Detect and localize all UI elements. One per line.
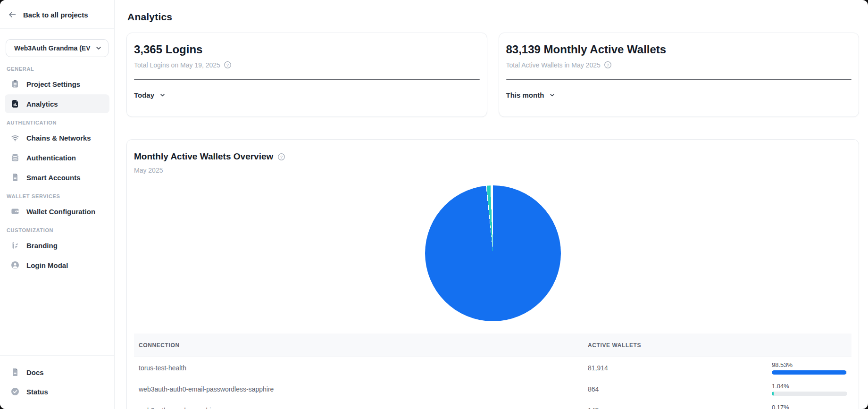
chevron-down-icon — [549, 92, 555, 98]
active-wallets-cell: 145 — [583, 407, 772, 409]
wifi-icon — [10, 133, 20, 142]
percent-label: 1.04% — [772, 383, 851, 390]
file-icon — [10, 173, 20, 182]
main-content: Analytics 3,365 Logins Total Logins on M… — [115, 0, 868, 409]
percent-label: 0.17% — [772, 404, 851, 409]
chevron-down-icon — [95, 45, 102, 51]
sidebar-item-authentication[interactable]: Authentication — [5, 148, 109, 167]
sidebar-item-analytics[interactable]: Analytics — [5, 94, 109, 113]
sidebar-item-label: Project Settings — [26, 80, 80, 88]
range-label: This month — [506, 91, 544, 99]
sidebar-item-docs[interactable]: Docs — [5, 363, 109, 382]
help-icon[interactable]: ? — [604, 61, 612, 69]
sidebar-item-smart-accounts[interactable]: Smart Accounts — [5, 168, 109, 187]
range-dropdown-this-month[interactable]: This month — [506, 91, 556, 99]
stat-title: 3,365 Logins — [134, 43, 480, 56]
stat-card-monthly-active-wallets: 83,139 Monthly Active Wallets Total Acti… — [499, 33, 860, 117]
table-header-connection: CONNECTION — [134, 342, 583, 349]
stat-divider — [134, 79, 480, 80]
page-title: Analytics — [127, 11, 859, 23]
sidebar-footer: Docs Status — [0, 355, 114, 409]
sidebar: Back to all projects Web3Auth Grandma (E… — [0, 0, 115, 409]
table-row: web3auth-google-sapphire 145 0.17% — [134, 400, 851, 409]
help-icon[interactable]: ? — [224, 61, 232, 69]
wallet-icon — [10, 207, 20, 216]
sidebar-item-label: Status — [26, 388, 48, 396]
svg-text:?: ? — [280, 154, 283, 159]
table-header-row: CONNECTION ACTIVE WALLETS — [134, 334, 851, 357]
stat-card-logins: 3,365 Logins Total Logins on May 19, 202… — [126, 33, 487, 117]
sidebar-item-project-settings[interactable]: Project Settings — [5, 75, 109, 93]
stat-subtitle: Total Active Wallets in May 2025 — [506, 61, 601, 69]
sidebar-item-label: Chains & Networks — [26, 134, 91, 142]
active-wallets-cell: 864 — [583, 385, 772, 393]
sidebar-item-label: Wallet Configuration — [26, 208, 95, 216]
clipboard-icon — [10, 79, 20, 89]
table-header-active-wallets: ACTIVE WALLETS — [583, 342, 772, 349]
stat-cards-row: 3,365 Logins Total Logins on May 19, 202… — [126, 33, 859, 117]
back-arrow-icon — [8, 10, 17, 19]
overview-subtitle: May 2025 — [134, 167, 851, 174]
app-window: Back to all projects Web3Auth Grandma (E… — [0, 0, 868, 409]
sidebar-item-login-modal[interactable]: Login Modal — [5, 256, 109, 275]
section-label-wallet-services: WALLET SERVICES — [0, 187, 114, 201]
stat-divider — [506, 79, 852, 80]
percent-bar-fill — [772, 370, 846, 375]
sidebar-item-label: Docs — [26, 368, 44, 376]
database-icon — [10, 153, 20, 162]
chevron-down-icon — [159, 92, 166, 98]
sidebar-item-label: Branding — [26, 242, 58, 250]
sidebar-item-label: Smart Accounts — [26, 174, 80, 182]
sidebar-item-status[interactable]: Status — [5, 382, 109, 401]
table-row: web3auth-auth0-email-passwordless-sapphi… — [134, 378, 851, 400]
percent-label: 98.53% — [772, 361, 851, 368]
connection-cell: web3auth-google-sapphire — [134, 407, 583, 409]
project-selector[interactable]: Web3Auth Grandma (EV — [6, 39, 108, 57]
svg-text:?: ? — [607, 63, 609, 67]
svg-text:?: ? — [226, 63, 229, 67]
section-label-authentication: AUTHENTICATION — [0, 114, 114, 128]
overview-title: Monthly Active Wallets Overview — [134, 151, 273, 162]
back-label: Back to all projects — [23, 11, 88, 19]
sidebar-item-label: Analytics — [26, 100, 58, 108]
user-circle-icon — [10, 260, 20, 270]
sidebar-item-wallet-configuration[interactable]: Wallet Configuration — [5, 202, 109, 221]
help-icon[interactable]: ? — [277, 153, 285, 161]
section-label-customization: CUSTOMIZATION — [0, 221, 114, 235]
connection-cell: web3auth-auth0-email-passwordless-sapphi… — [134, 385, 583, 393]
chart-file-icon — [10, 99, 20, 109]
branding-icon — [10, 241, 20, 250]
sidebar-item-chains-networks[interactable]: Chains & Networks — [5, 128, 109, 147]
stat-subtitle: Total Logins on May 19, 2025 — [134, 61, 220, 69]
check-circle-icon — [10, 387, 20, 396]
connection-cell: torus-test-health — [134, 364, 583, 372]
table-row: torus-test-health 81,914 98.53% — [134, 357, 851, 378]
sidebar-item-label: Login Modal — [26, 261, 68, 269]
back-to-projects-link[interactable]: Back to all projects — [0, 0, 114, 29]
range-label: Today — [134, 91, 154, 99]
range-dropdown-today[interactable]: Today — [134, 91, 166, 99]
percent-bar-track — [772, 370, 847, 375]
sidebar-item-branding[interactable]: Branding — [5, 236, 109, 255]
active-wallets-cell: 81,914 — [583, 364, 772, 372]
sidebar-item-label: Authentication — [26, 154, 76, 162]
pie-chart — [425, 185, 561, 321]
project-selector-value: Web3Auth Grandma (EV — [14, 44, 91, 52]
overview-card: Monthly Active Wallets Overview ? May 20… — [126, 139, 859, 409]
percent-bar-fill — [772, 392, 774, 396]
stat-title: 83,139 Monthly Active Wallets — [506, 43, 852, 56]
section-label-general: GENERAL — [0, 60, 114, 74]
percent-bar-track — [772, 392, 847, 396]
file-icon — [10, 367, 20, 377]
wallets-table: CONNECTION ACTIVE WALLETS torus-test-hea… — [134, 334, 851, 409]
